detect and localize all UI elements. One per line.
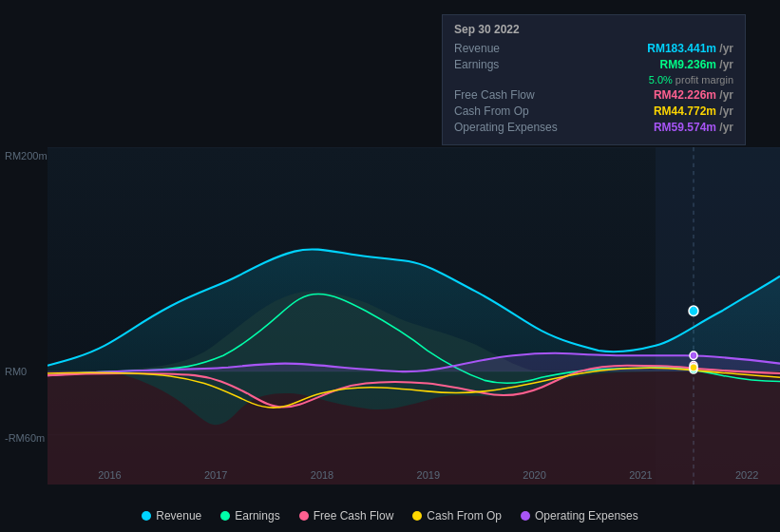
tooltip-row-fcf: Free Cash Flow RM42.226m /yr [454,88,733,102]
tooltip-value-revenue: RM183.441m /yr [647,42,733,55]
legend-dot-revenue [142,511,151,521]
x-label-2017: 2017 [204,469,227,481]
legend-dot-earnings [220,511,230,521]
tooltip-row-opex: Operating Expenses RM59.574m /yr [454,121,733,134]
legend-item-fcf[interactable]: Free Cash Flow [299,509,394,522]
x-label-2020: 2020 [523,469,545,481]
legend-dot-fcf [299,511,309,521]
legend-item-earnings[interactable]: Earnings [220,509,279,522]
chart-legend: Revenue Earnings Free Cash Flow Cash Fro… [0,509,780,522]
x-label-2018: 2018 [311,469,333,481]
tooltip-value-opex: RM59.574m /yr [654,121,733,134]
legend-label-cfo: Cash From Op [427,509,502,522]
tooltip-label-fcf: Free Cash Flow [454,88,568,102]
legend-label-fcf: Free Cash Flow [314,509,394,522]
tooltip-row-cfo: Cash From Op RM44.772m /yr [454,104,733,118]
x-label-2022: 2022 [735,469,758,481]
legend-dot-cfo [412,511,422,521]
chart-svg [48,147,780,484]
tooltip-margin-pct: 5.0% [649,74,673,86]
tooltip-label-earnings: Earnings [454,58,568,71]
tooltip-label-opex: Operating Expenses [454,121,568,134]
tooltip-row-earnings: Earnings RM9.236m /yr [454,58,733,71]
tooltip-label-cfo: Cash From Op [454,104,568,118]
legend-label-earnings: Earnings [235,509,279,522]
legend-item-cfo[interactable]: Cash From Op [412,509,502,522]
legend-dot-opex [521,511,530,521]
legend-label-revenue: Revenue [156,509,201,522]
tooltip-box: Sep 30 2022 Revenue RM183.441m /yr Earni… [442,14,746,145]
tooltip-value-cfo: RM44.772m /yr [654,104,733,118]
x-label-2019: 2019 [417,469,440,481]
tooltip-value-earnings: RM9.236m /yr [660,58,733,71]
y-label-mid: RM0 [5,366,27,377]
chart-area [48,147,780,484]
legend-item-revenue[interactable]: Revenue [142,509,201,522]
tooltip-sub-margin: 5.0% profit margin [454,74,733,86]
chart-container: Sep 30 2022 Revenue RM183.441m /yr Earni… [0,0,780,532]
y-label-bot: -RM60m [5,432,45,444]
tooltip-margin-label: profit margin [675,74,733,86]
x-label-2016: 2016 [98,469,121,481]
legend-item-opex[interactable]: Operating Expenses [521,509,638,522]
x-label-2021: 2021 [629,469,652,481]
tooltip-label-revenue: Revenue [454,42,568,55]
legend-label-opex: Operating Expenses [535,509,638,522]
tooltip-value-fcf: RM42.226m /yr [654,88,733,102]
tooltip-row-revenue: Revenue RM183.441m /yr [454,42,733,55]
y-label-top: RM200m [5,150,48,162]
x-axis: 2016 2017 2018 2019 2020 2021 2022 [48,466,780,484]
tooltip-date: Sep 30 2022 [454,23,733,36]
